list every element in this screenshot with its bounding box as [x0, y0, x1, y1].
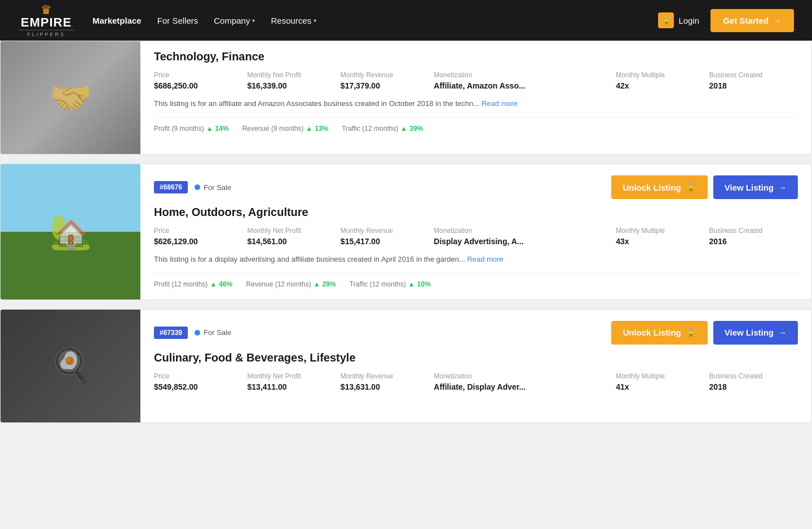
listing-card: #67339 For Sale Unlock Listing 🔓 View Li…	[0, 309, 812, 423]
profit-value: 14%	[215, 125, 229, 133]
stat-price-label: Price	[154, 71, 242, 79]
read-more-link[interactable]: Read more	[482, 99, 518, 108]
view-listing-button[interactable]: View Listing →	[713, 175, 798, 199]
stat-biz-created: Business Created 2016	[709, 227, 798, 246]
arrow-right-icon: →	[778, 183, 787, 192]
stat-net-profit: Monthly Net Profit $13,411.00	[247, 372, 336, 391]
listing-stats: Price $686,250.00 Monthly Net Profit $16…	[154, 71, 798, 90]
logo-name: EMPIRE	[21, 16, 72, 29]
stat-price: Price $626,129.00	[154, 227, 242, 246]
stat-biz-created-value: 2018	[709, 382, 798, 391]
view-listing-button[interactable]: View Listing →	[713, 321, 798, 345]
stat-biz-created-label: Business Created	[709, 372, 798, 380]
stat-monetization-value: Affiliate, Amazon Asso...	[434, 81, 611, 90]
unlock-listing-button[interactable]: Unlock Listing 🔓	[611, 175, 707, 199]
listing-title: Technology, Finance	[154, 50, 798, 63]
arrow-right-icon: →	[778, 328, 787, 337]
stat-monetization-value: Display Advertising, A...	[434, 237, 611, 246]
listing-badges: #67339 For Sale	[154, 327, 231, 339]
listing-metrics: Profit (9 months) ▲ 14% Revenue (9 month…	[154, 117, 798, 133]
metric-profit: Profit (12 months) ▲ 46%	[154, 280, 232, 288]
stat-price-label: Price	[154, 227, 242, 235]
stat-price-value: $626,129.00	[154, 237, 242, 246]
stat-price-value: $549,852.00	[154, 382, 242, 391]
listings-content: Technology, Finance Price $686,250.00 Mo…	[0, 41, 812, 423]
unlock-listing-button[interactable]: Unlock Listing 🔓	[611, 321, 707, 345]
metric-profit: Profit (9 months) ▲ 14%	[154, 125, 229, 133]
stat-multiple-value: 41x	[616, 382, 704, 391]
listing-id-badge: #67339	[154, 327, 188, 339]
company-arrow: ▾	[252, 17, 255, 24]
metric-traffic: Traffic (12 months) ▲ 39%	[342, 125, 423, 133]
navbar: ♛ EMPIRE FLIPPERS Marketplace For Seller…	[0, 0, 812, 41]
listing-id-badge: #68676	[154, 181, 188, 193]
nav-company[interactable]: Company ▾	[214, 16, 255, 25]
listing-actions: Unlock Listing 🔓 View Listing →	[611, 175, 798, 199]
listing-card: Technology, Finance Price $686,250.00 Mo…	[0, 41, 812, 155]
stat-revenue-label: Monthly Revenue	[341, 71, 429, 79]
metric-traffic: Traffic (12 months) ▲ 10%	[350, 280, 431, 288]
stat-biz-created: Business Created 2018	[709, 71, 798, 90]
metric-revenue: Revenue (9 months) ▲ 13%	[242, 125, 329, 133]
stat-revenue-label: Monthly Revenue	[341, 372, 429, 380]
listing-header: #68676 For Sale Unlock Listing 🔓 View Li…	[154, 175, 798, 199]
stat-biz-created-label: Business Created	[709, 71, 798, 79]
listing-body: #67339 For Sale Unlock Listing 🔓 View Li…	[140, 310, 811, 422]
stat-revenue-value: $17,379.00	[341, 81, 429, 90]
stat-monetization-value: Affiliate, Display Adver...	[434, 382, 611, 391]
listing-body: #68676 For Sale Unlock Listing 🔓 View Li…	[140, 164, 811, 299]
stat-multiple-value: 42x	[616, 81, 704, 90]
nav-resources[interactable]: Resources ▾	[271, 16, 316, 25]
stat-profit-value: $14,561.00	[247, 237, 336, 246]
stat-price-value: $686,250.00	[154, 81, 242, 90]
stat-profit-label: Monthly Net Profit	[247, 227, 336, 235]
revenue-arrow: ▲	[314, 280, 320, 288]
stat-monetization-label: Monetization	[434, 372, 611, 380]
profit-value: 46%	[219, 280, 232, 288]
nav-marketplace[interactable]: Marketplace	[92, 16, 142, 25]
stat-biz-created-value: 2018	[709, 81, 798, 90]
stat-price-label: Price	[154, 372, 242, 380]
listing-image	[1, 41, 140, 154]
get-started-button[interactable]: Get Started →	[710, 9, 794, 32]
stat-biz-created-value: 2016	[709, 237, 798, 246]
login-button[interactable]: 🔒 Login	[658, 12, 699, 28]
stat-revenue: Monthly Revenue $17,379.00	[341, 71, 429, 90]
stat-revenue: Monthly Revenue $13,631.00	[341, 372, 429, 391]
stat-profit-label: Monthly Net Profit	[247, 372, 336, 380]
listing-image	[1, 310, 140, 422]
stat-revenue: Monthly Revenue $15,417.00	[341, 227, 429, 246]
listing-body: Technology, Finance Price $686,250.00 Mo…	[140, 41, 811, 154]
read-more-link[interactable]: Read more	[467, 255, 503, 263]
listing-title: Culinary, Food & Beverages, Lifestyle	[154, 351, 798, 364]
logo-sub: FLIPPERS	[18, 30, 74, 37]
traffic-value: 10%	[417, 280, 431, 288]
logo: ♛ EMPIRE FLIPPERS	[18, 4, 74, 37]
stat-profit-value: $16,339.00	[247, 81, 336, 90]
listing-header: #67339 For Sale Unlock Listing 🔓 View Li…	[154, 321, 798, 345]
listing-badges: #68676 For Sale	[154, 181, 231, 193]
listing-card: #68676 For Sale Unlock Listing 🔓 View Li…	[0, 164, 812, 300]
stat-biz-created: Business Created 2018	[709, 372, 798, 391]
listing-metrics: Profit (12 months) ▲ 46% Revenue (12 mon…	[154, 273, 798, 288]
stat-multiple-label: Monthly Multiple	[616, 71, 704, 79]
revenue-value: 13%	[315, 125, 328, 133]
listing-status: For Sale	[195, 328, 231, 337]
listing-actions: Unlock Listing 🔓 View Listing →	[611, 321, 798, 345]
traffic-value: 39%	[409, 125, 423, 133]
listing-description: This listing is for a display advertisin…	[154, 254, 798, 265]
stat-profit-value: $13,411.00	[247, 382, 336, 391]
stat-multiple: Monthly Multiple 41x	[616, 372, 704, 391]
stat-monetization: Monetization Affiliate, Amazon Asso...	[434, 71, 611, 90]
lock-icon: 🔓	[686, 182, 696, 192]
stat-multiple-label: Monthly Multiple	[616, 227, 704, 235]
stat-monetization: Monetization Display Advertising, A...	[434, 227, 611, 246]
listing-stats: Price $626,129.00 Monthly Net Profit $14…	[154, 227, 798, 246]
stat-monetization: Monetization Affiliate, Display Adver...	[434, 372, 611, 391]
nav-for-sellers[interactable]: For Sellers	[157, 16, 198, 25]
listing-description: This listing is for an affiliate and Ama…	[154, 98, 798, 109]
lock-icon: 🔓	[686, 328, 696, 338]
traffic-arrow: ▲	[400, 125, 407, 133]
metric-revenue: Revenue (12 months) ▲ 29%	[246, 280, 336, 288]
stat-revenue-label: Monthly Revenue	[341, 227, 429, 235]
